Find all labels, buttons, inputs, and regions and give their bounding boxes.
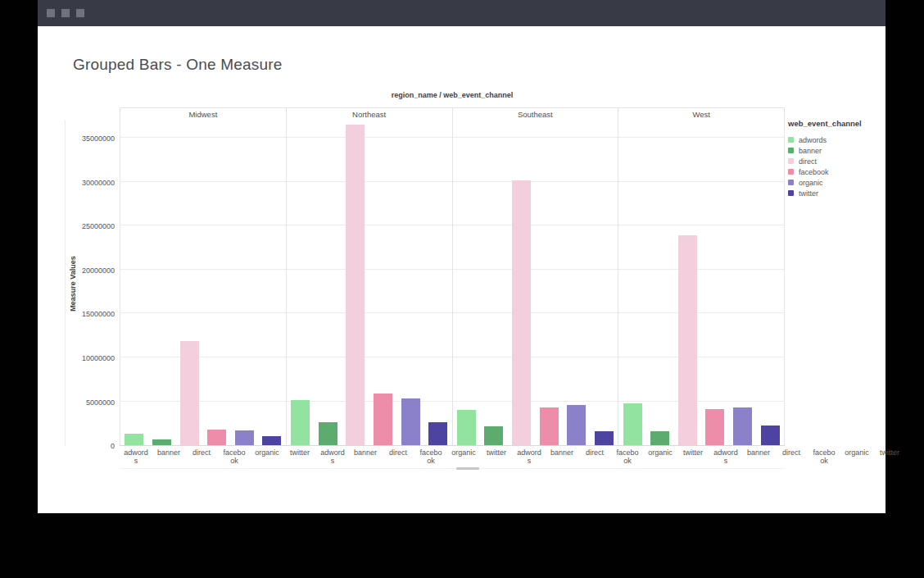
- legend-item-organic[interactable]: organic: [788, 177, 862, 188]
- legend-swatch-banner: [788, 148, 794, 153]
- legend-swatch-direct: [788, 158, 794, 164]
- bar-west-organic[interactable]: [733, 407, 752, 445]
- legend-label: organic: [799, 179, 823, 187]
- bar-northeast-organic[interactable]: [401, 398, 420, 445]
- facet-header-row: MidwestNortheastSoutheastWest: [65, 107, 785, 121]
- y-axis: Measure Values 0500000010000000150000002…: [65, 121, 120, 446]
- window-button-1[interactable]: [47, 9, 55, 17]
- bar-southeast-direct[interactable]: [512, 180, 531, 445]
- x-axis-labels-midwest: adword sbannerdirectfacebo okorganictwit…: [120, 446, 316, 465]
- legend-label: adwords: [799, 136, 827, 144]
- x-tick-label: organic: [447, 448, 480, 465]
- x-tick-label: facebo ok: [611, 448, 644, 465]
- window-button-2[interactable]: [61, 9, 70, 17]
- x-axis-labels-northeast: adword sbannerdirectfacebo okorganictwit…: [316, 446, 513, 465]
- y-axis-title: Measure Values: [69, 256, 77, 312]
- legend-swatch-adwords: [788, 137, 794, 143]
- facet-panel-southeast: [452, 121, 618, 445]
- x-axis-labels-row: adword sbannerdirectfacebo okorganictwit…: [65, 446, 785, 465]
- legend-item-twitter[interactable]: twitter: [788, 188, 862, 198]
- legend-item-direct[interactable]: direct: [788, 156, 862, 166]
- bar-midwest-facebook[interactable]: [207, 430, 226, 445]
- x-tick-label: direct: [775, 448, 808, 465]
- y-tick-label: 10000000: [82, 354, 115, 362]
- app-window: Grouped Bars - One Measure region_name /…: [38, 0, 886, 513]
- x-axis-labels-southeast: adword sbannerdirectfacebo okorganictwit…: [513, 446, 709, 465]
- legend-item-facebook[interactable]: facebook: [788, 166, 862, 177]
- x-tick-label: twitter: [283, 448, 316, 465]
- bar-northeast-adwords[interactable]: [291, 400, 310, 445]
- bar-west-direct[interactable]: [678, 235, 697, 445]
- bar-west-banner[interactable]: [650, 431, 669, 445]
- x-tick-label: banner: [546, 448, 578, 465]
- x-tick-label: banner: [349, 448, 382, 465]
- x-tick-label: banner: [152, 448, 185, 465]
- bar-midwest-direct[interactable]: [180, 341, 199, 445]
- legend-swatch-organic: [788, 180, 794, 185]
- bar-southeast-organic[interactable]: [567, 405, 586, 445]
- bar-southeast-facebook[interactable]: [540, 407, 559, 445]
- plot-area: [120, 121, 785, 446]
- legend-label: direct: [799, 157, 817, 166]
- facet-header-midwest: Midwest: [120, 107, 286, 121]
- facet-header-northeast: Northeast: [286, 107, 452, 121]
- x-tick-label: adword s: [120, 448, 152, 465]
- grouped-bar-chart: region_name / web_event_channel MidwestN…: [65, 90, 886, 465]
- bar-west-twitter[interactable]: [761, 426, 780, 445]
- legend-swatch-twitter: [788, 190, 794, 196]
- facet-axis-title: region_name / web_event_channel: [120, 90, 785, 103]
- window-button-3[interactable]: [76, 9, 84, 17]
- bar-northeast-direct[interactable]: [346, 125, 365, 445]
- x-tick-label: organic: [644, 448, 677, 465]
- chart-scrollbar-thumb[interactable]: [456, 467, 479, 470]
- facet-header-west: West: [618, 107, 785, 121]
- y-tick-label: 15000000: [82, 310, 115, 318]
- facet-panel-midwest: [120, 121, 286, 445]
- x-tick-label: banner: [742, 448, 775, 465]
- bar-midwest-adwords[interactable]: [125, 434, 143, 445]
- y-tick-label: 0: [111, 442, 115, 450]
- plot-body: Measure Values 0500000010000000150000002…: [65, 121, 785, 446]
- legend-label: banner: [799, 147, 822, 155]
- facet-panel-northeast: [286, 121, 452, 445]
- x-tick-label: facebo ok: [808, 448, 840, 465]
- bar-west-facebook[interactable]: [705, 409, 724, 445]
- x-tick-label: adword s: [513, 448, 546, 465]
- screen-background: Grouped Bars - One Measure region_name /…: [0, 0, 924, 578]
- bar-northeast-twitter[interactable]: [428, 422, 447, 445]
- bar-midwest-twitter[interactable]: [262, 436, 281, 445]
- x-tick-label: twitter: [677, 448, 709, 465]
- bar-southeast-twitter[interactable]: [595, 431, 614, 445]
- legend-title: web_event_channel: [788, 119, 862, 128]
- legend-item-banner[interactable]: banner: [788, 145, 862, 156]
- bar-northeast-banner[interactable]: [319, 422, 337, 445]
- facet-header-southeast: Southeast: [452, 107, 618, 121]
- x-tick-label: adword s: [709, 448, 742, 465]
- bar-southeast-banner[interactable]: [484, 426, 503, 445]
- bar-midwest-organic[interactable]: [235, 430, 254, 445]
- y-tick-label: 5000000: [86, 398, 115, 407]
- x-axis-labels-west: adword sbannerdirectfacebo okorganictwit…: [709, 446, 906, 465]
- page-title: Grouped Bars - One Measure: [73, 56, 282, 74]
- chart-scrollbar-track: [120, 468, 785, 469]
- x-tick-label: facebo ok: [414, 448, 447, 465]
- legend-label: facebook: [799, 168, 829, 176]
- bar-northeast-facebook[interactable]: [374, 394, 392, 445]
- y-tick-label: 25000000: [82, 222, 115, 230]
- x-tick-label: direct: [382, 448, 414, 465]
- x-tick-label: adword s: [316, 448, 349, 465]
- x-tick-label: twitter: [480, 448, 513, 465]
- y-tick-label: 20000000: [82, 266, 115, 275]
- bar-southeast-adwords[interactable]: [457, 410, 476, 445]
- x-tick-label: direct: [578, 448, 611, 465]
- bar-midwest-banner[interactable]: [152, 439, 171, 445]
- legend-swatch-facebook: [788, 169, 794, 175]
- legend-item-adwords[interactable]: adwords: [788, 134, 862, 145]
- x-tick-label: facebo ok: [218, 448, 251, 465]
- bar-west-adwords[interactable]: [623, 403, 642, 445]
- x-tick-label: organic: [251, 448, 283, 465]
- window-titlebar: [38, 0, 886, 26]
- y-tick-label: 30000000: [82, 179, 115, 187]
- legend-items: adwordsbannerdirectfacebookorganictwitte…: [788, 134, 862, 198]
- facet-panel-west: [618, 121, 785, 445]
